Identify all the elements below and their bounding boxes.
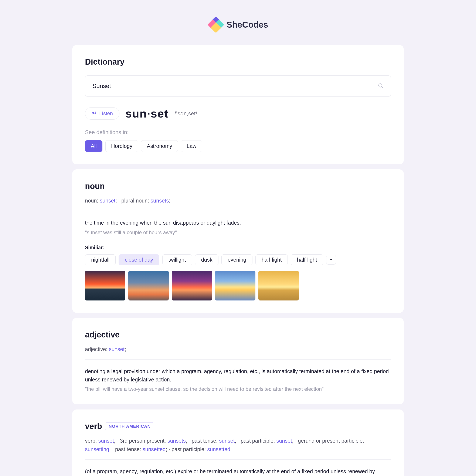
- synonym-half-light-1[interactable]: half-light: [255, 254, 288, 265]
- page-title: Dictionary: [85, 57, 391, 67]
- synonym-dusk[interactable]: dusk: [195, 254, 219, 265]
- synonym-row: nightfall close of day twillight dusk ev…: [85, 254, 391, 265]
- shecodes-logo-icon: [208, 17, 223, 32]
- synonym-close-of-day[interactable]: close of day: [119, 254, 159, 265]
- see-definitions-label: See definitions in:: [85, 129, 391, 136]
- category-row: All Horology Astronomy Law: [85, 140, 391, 152]
- search-icon[interactable]: [378, 83, 384, 89]
- synonym-twilight[interactable]: twillight: [162, 254, 192, 265]
- svg-line-1: [382, 87, 383, 88]
- image-row: [85, 271, 391, 301]
- noun-card: noun noun: sunset; · plural noun: sunset…: [72, 169, 404, 313]
- thumbnail-5[interactable]: [258, 271, 299, 301]
- thumbnail-4[interactable]: [215, 271, 255, 301]
- synonym-evening[interactable]: evening: [221, 254, 253, 265]
- noun-example: "sunset was still a couple of hours away…: [85, 230, 391, 236]
- verb-forms: verb: sunset; · 3rd person present: suns…: [85, 437, 391, 454]
- category-law[interactable]: Law: [181, 140, 202, 152]
- noun-definition: the time in the evening when the sun dis…: [85, 219, 391, 227]
- category-horology[interactable]: Horology: [105, 140, 138, 152]
- synonym-nightfall[interactable]: nightfall: [85, 254, 116, 265]
- listen-button[interactable]: Listen: [85, 107, 119, 120]
- similar-label: Similiar:: [85, 245, 391, 251]
- phonetic: /ˈsənˌset/: [174, 110, 197, 117]
- brand-logo: SheCodes: [72, 17, 404, 32]
- north-american-badge: NORTH AMERICAN: [105, 423, 154, 430]
- adjective-forms: adjective: sunset;: [85, 345, 391, 353]
- brand-name: SheCodes: [226, 20, 268, 30]
- noun-heading: noun: [85, 182, 391, 191]
- thumbnail-2[interactable]: [128, 271, 169, 301]
- verb-definition: (of a program, agency, regulation, etc.)…: [85, 467, 391, 476]
- category-astronomy[interactable]: Astronomy: [141, 140, 178, 152]
- noun-forms: noun: sunset; · plural noun: sunsets;: [85, 196, 391, 205]
- adjective-card: adjective adjective: sunset; denoting a …: [72, 318, 404, 405]
- search-field-wrap: [85, 75, 391, 97]
- headword: sun·set: [125, 107, 169, 120]
- synonym-half-light-2[interactable]: half-light: [291, 254, 323, 265]
- adjective-example: "the bill will have a two-year sunset cl…: [85, 386, 391, 392]
- expand-synonyms-button[interactable]: [326, 255, 336, 265]
- search-input[interactable]: [92, 83, 384, 89]
- search-card: Dictionary Listen sun·set /ˈsənˌset/ See…: [72, 45, 404, 164]
- adjective-definition: denoting a legal provision under which a…: [85, 367, 391, 384]
- category-all[interactable]: All: [85, 140, 102, 152]
- chevron-down-icon: [329, 257, 333, 262]
- volume-icon: [92, 110, 96, 117]
- adjective-heading: adjective: [85, 330, 391, 339]
- thumbnail-1[interactable]: [85, 271, 125, 301]
- thumbnail-3[interactable]: [172, 271, 212, 301]
- verb-card: verb NORTH AMERICAN verb: sunset; · 3rd …: [72, 409, 404, 476]
- listen-label: Listen: [99, 110, 113, 117]
- verb-heading: verb: [85, 422, 102, 431]
